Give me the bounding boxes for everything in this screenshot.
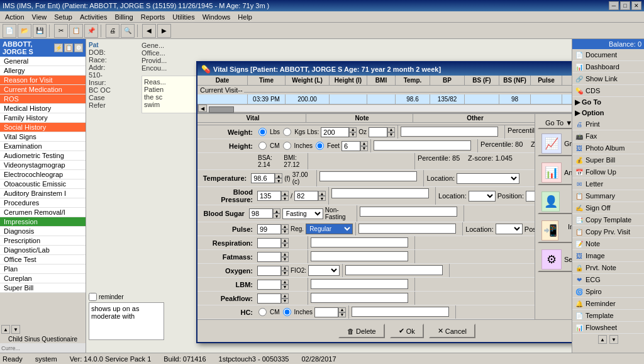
- right-template[interactable]: 📄 Template: [572, 310, 644, 322]
- hscroll-left[interactable]: ◀: [198, 105, 207, 112]
- nav-ros[interactable]: ROS: [0, 94, 86, 104]
- patient-action-3[interactable]: ⚙: [74, 43, 83, 52]
- hscroll-track[interactable]: [208, 105, 572, 111]
- nav-audiometric[interactable]: Audiometric Testing: [0, 151, 86, 161]
- menu-utilities[interactable]: Utilities: [169, 13, 198, 21]
- oxygen-input[interactable]: [257, 266, 281, 276]
- menu-billing[interactable]: Billing: [111, 13, 136, 21]
- import-device-button[interactable]: 📲 Import from Device: [538, 218, 572, 243]
- toolbar-copy[interactable]: 📋: [69, 24, 83, 38]
- minimize-button[interactable]: ─: [609, 1, 619, 10]
- right-photo[interactable]: 🖼 Photo Album: [572, 142, 644, 154]
- fio2-select[interactable]: [308, 265, 340, 276]
- nav-plan[interactable]: Plan: [0, 264, 86, 274]
- fatmass-up[interactable]: ▲: [281, 252, 289, 257]
- pulse-input[interactable]: [257, 224, 281, 234]
- graph-button[interactable]: 📈 Graph: [538, 131, 572, 156]
- close-button[interactable]: ✕: [631, 1, 641, 10]
- nav-medical-history[interactable]: Medical History: [0, 104, 86, 113]
- weight-up[interactable]: ▲: [349, 127, 357, 132]
- oxygen-up[interactable]: ▲: [281, 266, 289, 271]
- pulse-reg-select[interactable]: Regular Irregular: [306, 224, 353, 234]
- reminder-checkbox[interactable]: [89, 293, 97, 301]
- temp-note-input[interactable]: [319, 171, 417, 181]
- patient-action-1[interactable]: ⚡: [54, 43, 63, 52]
- height-inches-radio[interactable]: [283, 142, 291, 150]
- right-cds[interactable]: 💊 CDS: [572, 85, 644, 97]
- temp-input[interactable]: [251, 173, 275, 183]
- resp-input[interactable]: [257, 238, 281, 248]
- peakflow-note-input[interactable]: [311, 293, 408, 303]
- toolbar-cut[interactable]: ✂: [54, 24, 68, 38]
- pulse-location-select[interactable]: [496, 224, 523, 234]
- right-prvt-note[interactable]: 🔒 Prvt. Note: [572, 262, 644, 274]
- toolbar-new[interactable]: 📄: [3, 24, 16, 38]
- temp-location-select[interactable]: [457, 173, 519, 184]
- maximize-button[interactable]: □: [620, 1, 630, 10]
- nav-scroll-up[interactable]: ▲: [1, 325, 10, 334]
- analysis-button[interactable]: 📊 Analysis: [538, 160, 572, 185]
- right-goto-group[interactable]: ▶ Go To: [572, 97, 644, 108]
- menu-help[interactable]: Help: [234, 13, 256, 21]
- toolbar-print[interactable]: 🖨: [106, 24, 119, 38]
- pulse-note-input[interactable]: [358, 224, 456, 234]
- toolbar-open[interactable]: 📂: [18, 24, 31, 38]
- height-feet-radio[interactable]: [316, 142, 324, 150]
- nav-general[interactable]: General: [0, 57, 86, 66]
- right-copy-template[interactable]: 📑 Copy Template: [572, 214, 644, 226]
- lbm-up[interactable]: ▲: [281, 280, 289, 285]
- lbm-input[interactable]: [257, 280, 281, 290]
- height-cm-radio[interactable]: [258, 142, 267, 150]
- set-default-button[interactable]: ⚙ Set Default: [538, 247, 572, 272]
- right-fax[interactable]: 📠 Fax: [572, 130, 644, 142]
- nav-super-bill[interactable]: Super Bill: [0, 283, 86, 293]
- nav-procedures[interactable]: Procedures: [0, 198, 86, 208]
- right-print[interactable]: 🖨 Print: [572, 118, 644, 130]
- nav-electrocochleograp[interactable]: Electrocochleograp: [0, 170, 86, 179]
- lbm-down[interactable]: ▼: [281, 285, 289, 290]
- height-input[interactable]: [341, 141, 360, 151]
- peakflow-up[interactable]: ▲: [281, 293, 289, 299]
- hc-input[interactable]: [314, 307, 338, 317]
- fatmass-down[interactable]: ▼: [281, 257, 289, 262]
- bs-down[interactable]: ▼: [273, 213, 280, 219]
- oxygen-down[interactable]: ▼: [281, 271, 289, 276]
- right-showlink[interactable]: 🔗 Show Link: [572, 73, 644, 85]
- right-document[interactable]: 📄 Document: [572, 49, 644, 61]
- hc-up[interactable]: ▲: [338, 307, 346, 312]
- hc-note-input[interactable]: [352, 307, 449, 317]
- menu-reports[interactable]: Reports: [137, 13, 169, 21]
- toolbar-search[interactable]: 🔍: [121, 24, 135, 38]
- height-down[interactable]: ▼: [360, 146, 368, 151]
- right-dashboard[interactable]: 📊 Dashboard: [572, 61, 644, 73]
- ok-button[interactable]: ✔ Ok: [390, 324, 424, 338]
- right-ecg[interactable]: ❤ ECG: [572, 274, 644, 286]
- nav-family-history[interactable]: Family History: [0, 113, 86, 123]
- cancel-button[interactable]: ✕ Cancel: [429, 324, 475, 338]
- nav-cerumen[interactable]: Cerumen Removal/I: [0, 208, 86, 217]
- bp-dia-down[interactable]: ▼: [318, 196, 326, 201]
- pulse-down[interactable]: ▼: [281, 229, 289, 234]
- hscroll-thumb[interactable]: [209, 106, 234, 113]
- goto-button[interactable]: Go To ▼: [538, 117, 572, 129]
- menu-setup[interactable]: Setup: [50, 13, 76, 21]
- bs-up[interactable]: ▲: [273, 208, 280, 213]
- bs-type-select[interactable]: Fasting Non-Fasting: [282, 208, 323, 219]
- toolbar-save[interactable]: 💾: [33, 24, 47, 38]
- weight-lbs-radio[interactable]: [258, 128, 267, 136]
- fatmass-note-input[interactable]: [311, 251, 408, 261]
- toolbar-forward[interactable]: ▶: [157, 24, 171, 38]
- menu-windows[interactable]: Windows: [199, 13, 235, 21]
- bp-note-input[interactable]: [331, 188, 429, 198]
- right-followup[interactable]: 📅 Follow Up: [572, 166, 644, 178]
- nav-otoacoustic[interactable]: Otoacoustic Emissic: [0, 179, 86, 189]
- toolbar-paste[interactable]: 📌: [84, 24, 98, 38]
- temp-down[interactable]: ▼: [275, 178, 282, 183]
- nav-videonystagmograp[interactable]: Videonystagmograp: [0, 161, 86, 170]
- bp-position-select[interactable]: [526, 191, 535, 202]
- lbm-note-input[interactable]: [311, 279, 408, 289]
- temp-up[interactable]: ▲: [275, 173, 282, 178]
- peakflow-input[interactable]: [257, 293, 281, 304]
- nav-vital-signs[interactable]: Vital Signs: [0, 132, 86, 142]
- bp-location-select[interactable]: [469, 191, 496, 202]
